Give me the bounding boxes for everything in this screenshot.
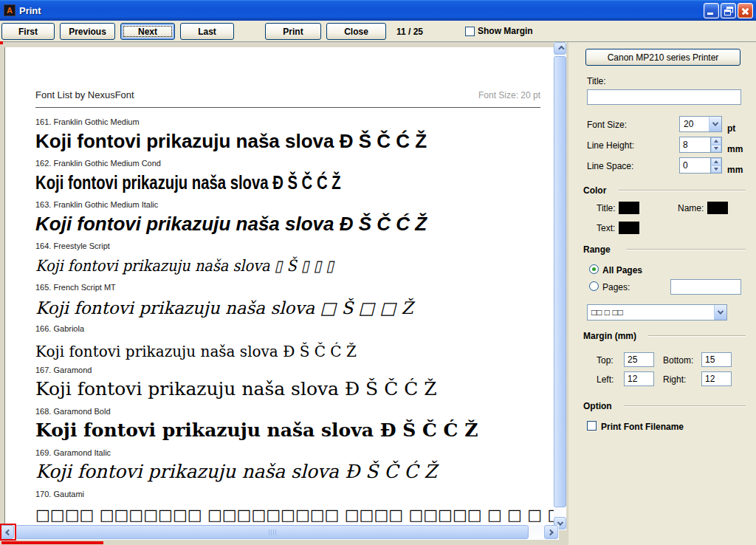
line-height-unit: mm: [727, 144, 743, 154]
next-page-button[interactable]: Next: [120, 23, 175, 40]
spin-up-button[interactable]: [711, 158, 721, 165]
font-entry-label: 168. Garamond Bold: [35, 407, 540, 417]
font-entry-sample: Koji fontovi prikazuju naša slova □ Š □ …: [35, 293, 540, 323]
font-entry: 164. Freestyle Script Koji fontovi prika…: [35, 241, 540, 283]
all-pages-label: All Pages: [602, 265, 642, 275]
pages-input[interactable]: [670, 279, 741, 295]
previous-page-button[interactable]: Previous: [60, 23, 115, 40]
font-entry-label: 161. Franklin Gothic Medium: [35, 117, 540, 128]
title-color-swatch[interactable]: [619, 202, 639, 214]
font-entry-sample: Koji fontovi prikazuju naša slova ▯ Š ▯ …: [35, 252, 334, 280]
print-font-filename-checkbox[interactable]: [587, 421, 597, 431]
preview-page: Font List by NexusFont Font Size: 20 pt …: [4, 47, 554, 525]
font-entry-sample: Koji fontovi prikazuju naša slova Đ Š Č …: [35, 417, 540, 444]
line-space-unit: mm: [727, 165, 743, 175]
pages-label: Pages:: [602, 282, 630, 292]
font-entry-label: 170. Gautami: [35, 490, 540, 500]
margin-top-input[interactable]: [624, 352, 654, 367]
text-color-swatch[interactable]: [619, 222, 639, 234]
line-space-value: 0: [680, 158, 710, 173]
color-text-label: Text:: [597, 223, 615, 233]
line-height-value: 8: [680, 137, 710, 152]
font-entry: 166. Gabriola Koji fontovi prikazuju naš…: [35, 324, 540, 366]
margin-section-header: Margin (mm): [583, 331, 636, 341]
scroll-right-button[interactable]: [544, 525, 558, 539]
color-section-header: Color: [583, 185, 606, 196]
font-entry-sample: Koji fontovi prikazuju naša slova Đ Š Č …: [35, 376, 540, 402]
thumb-grip: [269, 529, 276, 535]
line-height-spinner[interactable]: 8: [679, 137, 722, 153]
font-entry-label: 169. Garamond Italic: [35, 448, 540, 459]
margin-left-input[interactable]: [624, 371, 654, 386]
line-space-spinner[interactable]: 0: [679, 157, 722, 174]
annotation-underline: [1, 541, 103, 544]
font-entry-label: 165. French Script MT: [35, 283, 540, 293]
font-size-unit: pt: [727, 123, 735, 134]
margin-bottom-label: Bottom:: [663, 355, 693, 366]
arrow-up-icon: [714, 160, 718, 163]
title-bar: A Print: [0, 0, 756, 21]
font-entry-sample: Koji fontovi prikazuju naša slova Đ Š Č …: [35, 459, 540, 485]
arrow-up-icon: [714, 140, 718, 143]
font-entry: 163. Franklin Gothic Medium Italic Koji …: [35, 200, 540, 241]
print-button[interactable]: Print: [265, 23, 321, 40]
first-page-button[interactable]: First: [1, 23, 55, 40]
arrow-down-icon: [714, 168, 718, 171]
show-margin-label: Show Margin: [478, 26, 533, 36]
font-entry-label: 162. Franklin Gothic Medium Cond: [35, 159, 540, 169]
margin-bottom-input[interactable]: [701, 352, 732, 367]
print-font-filename-label: Print Font Filename: [601, 422, 684, 432]
close-window-button[interactable]: [738, 3, 753, 18]
minimize-button[interactable]: [704, 3, 719, 18]
font-size-value: 20: [680, 117, 709, 131]
font-entry-sample: Koji fontovi prikazuju naša slova Đ Š Č …: [35, 169, 341, 196]
horizontal-scrollbar[interactable]: [0, 525, 559, 540]
font-size-combobox[interactable]: 20: [679, 116, 722, 132]
font-entry-label: 166. Gabriola: [35, 324, 540, 335]
font-entry: 170. Gautami □□□□ □□□□□□□ □□□□□□□□□ □□□□…: [35, 490, 540, 525]
font-entry: 169. Garamond Italic Koji fontovi prikaz…: [35, 448, 540, 490]
font-entry-sample: Koji fontovi prikazuju naša slova Đ Š Č …: [35, 335, 540, 369]
font-entry: 167. Garamond Koji fontovi prikazuju naš…: [35, 366, 540, 407]
last-page-button[interactable]: Last: [180, 23, 234, 40]
font-entry: 168. Garamond Bold Koji fontovi prikazuj…: [35, 407, 540, 448]
chevron-down-icon: [712, 120, 718, 126]
combo-arrow-button[interactable]: [709, 117, 721, 131]
minimize-icon: [707, 13, 713, 15]
printer-select-button[interactable]: Canon MP210 series Printer: [585, 49, 740, 66]
preview-area: Font List by NexusFont Font Size: 20 pt …: [0, 42, 568, 545]
font-entry: 161. Franklin Gothic Medium Koji fontovi…: [35, 117, 540, 159]
page-header-font-size: Font Size: 20 pt: [478, 90, 540, 100]
all-pages-radio[interactable]: [589, 264, 599, 274]
restore-button[interactable]: [721, 3, 736, 18]
close-button[interactable]: Close: [326, 23, 386, 40]
line-height-label: Line Height:: [587, 140, 634, 151]
horizontal-scroll-thumb[interactable]: [16, 525, 529, 539]
spin-down-button[interactable]: [711, 145, 721, 152]
option-section-header: Option: [583, 401, 612, 411]
title-input[interactable]: [587, 89, 741, 105]
margin-right-input[interactable]: [701, 371, 732, 386]
chevron-up-icon: [558, 45, 564, 51]
show-margin-checkbox[interactable]: [465, 27, 475, 36]
arrow-down-icon: [714, 147, 718, 150]
layout-dropdown[interactable]: □□ □ □□: [587, 304, 727, 321]
header-rule: [35, 107, 540, 108]
page-indicator: 11 / 25: [396, 27, 423, 37]
vertical-scrollbar[interactable]: [554, 42, 566, 530]
chevron-down-icon: [718, 308, 724, 314]
pages-radio[interactable]: [589, 281, 599, 291]
app-icon: A: [4, 4, 16, 16]
font-entry-sample: Koji fontovi prikazuju naša slova Đ Š Č …: [35, 210, 540, 237]
combo-arrow-button[interactable]: [714, 305, 726, 320]
spin-down-button[interactable]: [711, 165, 721, 173]
chevron-right-icon: [547, 529, 553, 535]
name-color-swatch[interactable]: [707, 202, 728, 214]
scroll-up-button[interactable]: [554, 42, 566, 55]
margin-left-label: Left:: [597, 374, 614, 385]
vertical-scroll-thumb[interactable]: [554, 56, 566, 507]
section-divider: [624, 405, 746, 406]
spin-up-button[interactable]: [711, 137, 721, 145]
line-space-label: Line Space:: [587, 161, 633, 171]
annotation-highlight-box: [0, 524, 16, 541]
